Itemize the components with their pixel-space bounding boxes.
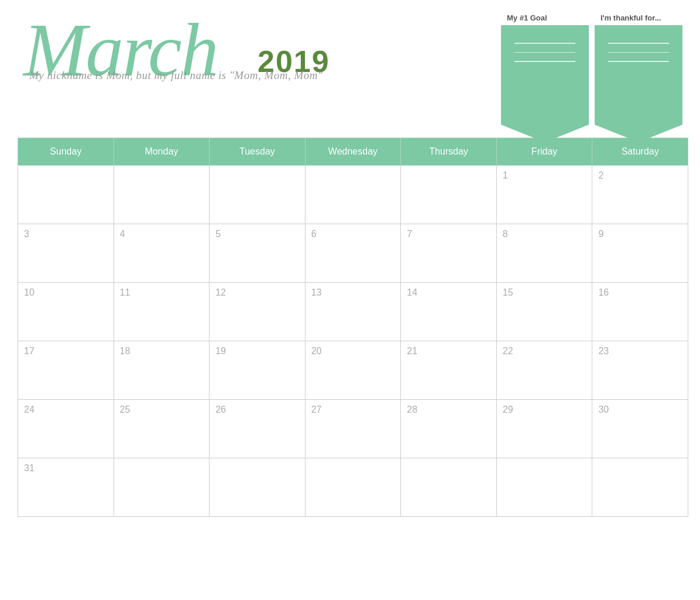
calendar-cell[interactable] <box>114 458 210 517</box>
goal-bookmark <box>501 25 589 142</box>
calendar-row: 10111213141516 <box>18 283 688 341</box>
calendar-cell[interactable] <box>496 458 592 517</box>
calendar-cell[interactable]: 30 <box>592 400 688 458</box>
day-number: 2 <box>598 170 603 180</box>
col-tuesday: Tuesday <box>210 138 306 166</box>
calendar-cell[interactable]: 26 <box>210 400 306 458</box>
calendar-cell[interactable] <box>210 166 306 224</box>
day-number: 16 <box>598 287 609 297</box>
day-number: 30 <box>598 404 609 414</box>
thankful-widget: I'm thankful for... <box>595 9 688 142</box>
calendar-cell[interactable] <box>114 166 210 224</box>
day-number: 15 <box>503 287 513 297</box>
calendar-cell[interactable] <box>210 458 306 517</box>
calendar-cell[interactable]: 9 <box>592 224 688 283</box>
bookmark-line-3 <box>514 61 575 62</box>
calendar-cell[interactable]: 23 <box>592 341 688 400</box>
thankful-line-1 <box>608 43 669 44</box>
day-number: 5 <box>215 229 221 239</box>
calendar-wrapper: Sunday Monday Tuesday Wednesday Thursday… <box>0 138 700 523</box>
day-number: 25 <box>120 404 131 414</box>
calendar-cell[interactable]: 16 <box>592 283 688 341</box>
calendar-cell[interactable]: 15 <box>496 283 592 341</box>
day-number: 31 <box>24 463 35 473</box>
day-number: 29 <box>503 404 513 414</box>
bookmark-line-1 <box>514 43 575 44</box>
calendar-cell[interactable]: 7 <box>401 224 497 283</box>
calendar-row: 12 <box>18 166 688 224</box>
calendar-cell[interactable]: 25 <box>114 400 210 458</box>
calendar-cell[interactable]: 21 <box>401 341 497 400</box>
day-number: 4 <box>120 229 125 239</box>
day-number: 24 <box>24 404 35 414</box>
calendar-cell[interactable]: 28 <box>401 400 497 458</box>
calendar-cell[interactable]: 1 <box>496 166 592 224</box>
day-number: 26 <box>215 404 226 414</box>
calendar-cell[interactable]: 22 <box>496 341 592 400</box>
calendar-cell[interactable]: 4 <box>114 224 210 283</box>
thankful-line-3 <box>608 61 669 62</box>
calendar-cell[interactable]: 14 <box>401 283 497 341</box>
day-number: 6 <box>311 229 317 239</box>
calendar-cell[interactable]: 3 <box>18 224 114 283</box>
calendar-cell[interactable]: 10 <box>18 283 114 341</box>
col-thursday: Thursday <box>401 138 497 166</box>
calendar-cell[interactable]: 17 <box>18 341 114 400</box>
thankful-line-2 <box>608 52 669 53</box>
day-number: 3 <box>24 229 29 239</box>
calendar-cell[interactable]: 31 <box>18 458 114 517</box>
day-number: 28 <box>407 404 417 414</box>
calendar-cell[interactable] <box>592 458 688 517</box>
calendar-cell[interactable]: 13 <box>305 283 401 341</box>
calendar-cell[interactable] <box>401 166 497 224</box>
day-number: 17 <box>24 346 35 356</box>
day-number: 19 <box>215 346 226 356</box>
goal-label: My #1 Goal <box>501 9 595 25</box>
calendar-cell[interactable] <box>401 458 497 517</box>
calendar-table: Sunday Monday Tuesday Wednesday Thursday… <box>18 138 688 517</box>
thankful-bookmark <box>595 25 682 142</box>
day-number: 10 <box>24 287 35 297</box>
thankful-label: I'm thankful for... <box>595 9 688 25</box>
calendar-cell[interactable]: 24 <box>18 400 114 458</box>
day-number: 12 <box>215 287 226 297</box>
calendar-cell[interactable]: 29 <box>496 400 592 458</box>
calendar-cell[interactable]: 27 <box>305 400 401 458</box>
day-number: 11 <box>120 287 131 297</box>
day-number: 1 <box>503 170 508 180</box>
sidebar-widgets: My #1 Goal I'm thankful for... <box>501 6 688 142</box>
col-monday: Monday <box>114 138 210 166</box>
goal-widget: My #1 Goal <box>501 9 595 142</box>
day-number: 18 <box>120 346 131 356</box>
day-number: 21 <box>407 346 417 356</box>
calendar-cell[interactable]: 11 <box>114 283 210 341</box>
calendar-cell[interactable] <box>18 166 114 224</box>
calendar-cell[interactable]: 19 <box>210 341 306 400</box>
day-number: 23 <box>598 346 609 356</box>
day-number: 9 <box>598 229 603 239</box>
title-area: March 2019 My nickname is Mom, but my fu… <box>12 6 501 82</box>
col-wednesday: Wednesday <box>305 138 401 166</box>
col-sunday: Sunday <box>18 138 114 166</box>
day-number: 27 <box>311 404 322 414</box>
day-number: 22 <box>503 346 513 356</box>
day-number: 14 <box>407 287 417 297</box>
calendar-cell[interactable]: 12 <box>210 283 306 341</box>
calendar-row: 17181920212223 <box>18 341 688 400</box>
calendar-cell[interactable]: 18 <box>114 341 210 400</box>
calendar-cell[interactable] <box>305 166 401 224</box>
day-number: 20 <box>311 346 322 356</box>
day-number: 8 <box>503 229 508 239</box>
calendar-row: 24252627282930 <box>18 400 688 458</box>
calendar-cell[interactable]: 2 <box>592 166 688 224</box>
calendar-cell[interactable] <box>305 458 401 517</box>
page-header: March 2019 My nickname is Mom, but my fu… <box>0 0 700 138</box>
calendar-cell[interactable]: 20 <box>305 341 401 400</box>
calendar-row: 31 <box>18 458 688 517</box>
bookmark-line-2 <box>514 52 575 53</box>
calendar-cell[interactable]: 8 <box>496 224 592 283</box>
day-number: 7 <box>407 229 412 239</box>
calendar-cell[interactable]: 5 <box>210 224 306 283</box>
quote-text: My nickname is Mom, but my full name is … <box>29 69 322 82</box>
calendar-cell[interactable]: 6 <box>305 224 401 283</box>
